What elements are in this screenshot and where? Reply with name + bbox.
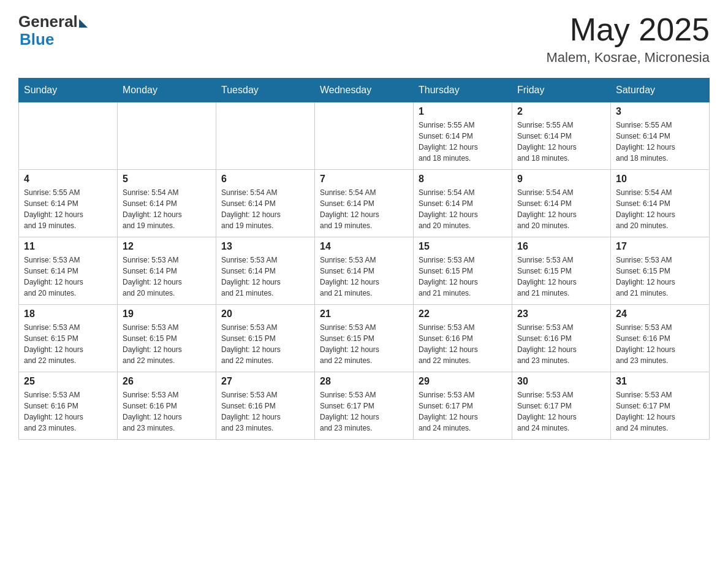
day-number: 22	[419, 308, 507, 320]
day-info: Sunrise: 5:55 AMSunset: 6:14 PMDaylight:…	[24, 187, 112, 231]
day-info: Sunrise: 5:53 AMSunset: 6:15 PMDaylight:…	[419, 255, 507, 299]
calendar-cell: 21Sunrise: 5:53 AMSunset: 6:15 PMDayligh…	[315, 305, 414, 372]
header-row: SundayMondayTuesdayWednesdayThursdayFrid…	[19, 79, 710, 102]
day-number: 12	[123, 241, 211, 252]
weekday-header-tuesday: Tuesday	[216, 79, 315, 102]
title-section: May 2025 Malem, Kosrae, Micronesia	[546, 12, 710, 66]
day-number: 3	[616, 106, 704, 117]
day-number: 9	[517, 174, 605, 185]
day-number: 21	[320, 308, 408, 320]
day-info: Sunrise: 5:54 AMSunset: 6:14 PMDaylight:…	[616, 187, 704, 231]
day-info: Sunrise: 5:53 AMSunset: 6:14 PMDaylight:…	[123, 255, 211, 299]
calendar-table: SundayMondayTuesdayWednesdayThursdayFrid…	[18, 78, 710, 440]
day-number: 25	[24, 376, 112, 387]
day-number: 27	[221, 376, 309, 387]
day-info: Sunrise: 5:55 AMSunset: 6:14 PMDaylight:…	[517, 120, 605, 164]
day-number: 23	[517, 308, 605, 320]
day-info: Sunrise: 5:53 AMSunset: 6:16 PMDaylight:…	[517, 322, 605, 366]
calendar-week-5: 25Sunrise: 5:53 AMSunset: 6:16 PMDayligh…	[19, 372, 710, 440]
day-info: Sunrise: 5:53 AMSunset: 6:15 PMDaylight:…	[320, 322, 408, 366]
day-info: Sunrise: 5:53 AMSunset: 6:15 PMDaylight:…	[221, 322, 309, 366]
calendar-cell: 27Sunrise: 5:53 AMSunset: 6:16 PMDayligh…	[216, 372, 315, 440]
calendar-cell: 6Sunrise: 5:54 AMSunset: 6:14 PMDaylight…	[216, 170, 315, 237]
day-number: 30	[517, 376, 605, 387]
day-number: 15	[419, 241, 507, 252]
day-info: Sunrise: 5:53 AMSunset: 6:14 PMDaylight:…	[320, 255, 408, 299]
logo-arrow-icon	[79, 19, 88, 28]
day-info: Sunrise: 5:53 AMSunset: 6:16 PMDaylight:…	[123, 389, 211, 434]
day-number: 17	[616, 241, 704, 252]
day-info: Sunrise: 5:53 AMSunset: 6:16 PMDaylight:…	[616, 322, 704, 366]
calendar-cell: 1Sunrise: 5:55 AMSunset: 6:14 PMDaylight…	[414, 102, 512, 170]
day-info: Sunrise: 5:53 AMSunset: 6:14 PMDaylight:…	[24, 255, 112, 299]
weekday-header-sunday: Sunday	[19, 79, 118, 102]
day-info: Sunrise: 5:53 AMSunset: 6:15 PMDaylight:…	[517, 255, 605, 299]
weekday-header-saturday: Saturday	[611, 79, 710, 102]
calendar-week-2: 4Sunrise: 5:55 AMSunset: 6:14 PMDaylight…	[19, 170, 710, 237]
day-number: 26	[123, 376, 211, 387]
calendar-cell: 30Sunrise: 5:53 AMSunset: 6:17 PMDayligh…	[512, 372, 611, 440]
day-info: Sunrise: 5:54 AMSunset: 6:14 PMDaylight:…	[517, 187, 605, 231]
calendar-cell: 3Sunrise: 5:55 AMSunset: 6:14 PMDaylight…	[611, 102, 710, 170]
page-header: General Blue May 2025 Malem, Kosrae, Mic…	[18, 12, 710, 66]
calendar-cell: 28Sunrise: 5:53 AMSunset: 6:17 PMDayligh…	[315, 372, 414, 440]
calendar-week-4: 18Sunrise: 5:53 AMSunset: 6:15 PMDayligh…	[19, 305, 710, 372]
calendar-cell: 24Sunrise: 5:53 AMSunset: 6:16 PMDayligh…	[611, 305, 710, 372]
day-number: 19	[123, 308, 211, 320]
day-info: Sunrise: 5:55 AMSunset: 6:14 PMDaylight:…	[616, 120, 704, 164]
day-number: 10	[616, 174, 704, 185]
calendar-cell: 10Sunrise: 5:54 AMSunset: 6:14 PMDayligh…	[611, 170, 710, 237]
day-info: Sunrise: 5:54 AMSunset: 6:14 PMDaylight:…	[419, 187, 507, 231]
logo: General Blue	[18, 12, 88, 49]
calendar-cell	[19, 102, 118, 170]
day-number: 13	[221, 241, 309, 252]
weekday-header-wednesday: Wednesday	[315, 79, 414, 102]
calendar-cell: 2Sunrise: 5:55 AMSunset: 6:14 PMDaylight…	[512, 102, 611, 170]
weekday-header-friday: Friday	[512, 79, 611, 102]
calendar-cell: 4Sunrise: 5:55 AMSunset: 6:14 PMDaylight…	[19, 170, 118, 237]
calendar-cell: 31Sunrise: 5:53 AMSunset: 6:17 PMDayligh…	[611, 372, 710, 440]
calendar-cell: 13Sunrise: 5:53 AMSunset: 6:14 PMDayligh…	[216, 237, 315, 305]
day-number: 8	[419, 174, 507, 185]
calendar-cell	[118, 102, 216, 170]
day-number: 5	[123, 174, 211, 185]
day-info: Sunrise: 5:54 AMSunset: 6:14 PMDaylight:…	[320, 187, 408, 231]
day-number: 2	[517, 106, 605, 117]
calendar-cell: 22Sunrise: 5:53 AMSunset: 6:16 PMDayligh…	[414, 305, 512, 372]
day-number: 20	[221, 308, 309, 320]
day-info: Sunrise: 5:53 AMSunset: 6:14 PMDaylight:…	[221, 255, 309, 299]
day-number: 29	[419, 376, 507, 387]
calendar-header: SundayMondayTuesdayWednesdayThursdayFrid…	[19, 79, 710, 102]
day-number: 18	[24, 308, 112, 320]
day-number: 4	[24, 174, 112, 185]
day-info: Sunrise: 5:53 AMSunset: 6:15 PMDaylight:…	[616, 255, 704, 299]
calendar-cell: 16Sunrise: 5:53 AMSunset: 6:15 PMDayligh…	[512, 237, 611, 305]
calendar-cell: 23Sunrise: 5:53 AMSunset: 6:16 PMDayligh…	[512, 305, 611, 372]
calendar-cell: 11Sunrise: 5:53 AMSunset: 6:14 PMDayligh…	[19, 237, 118, 305]
day-info: Sunrise: 5:53 AMSunset: 6:17 PMDaylight:…	[419, 389, 507, 434]
location-subtitle: Malem, Kosrae, Micronesia	[546, 50, 710, 66]
day-info: Sunrise: 5:53 AMSunset: 6:16 PMDaylight:…	[221, 389, 309, 434]
calendar-cell: 26Sunrise: 5:53 AMSunset: 6:16 PMDayligh…	[118, 372, 216, 440]
calendar-week-1: 1Sunrise: 5:55 AMSunset: 6:14 PMDaylight…	[19, 102, 710, 170]
day-number: 7	[320, 174, 408, 185]
calendar-week-3: 11Sunrise: 5:53 AMSunset: 6:14 PMDayligh…	[19, 237, 710, 305]
day-number: 1	[419, 106, 507, 117]
month-year-title: May 2025	[546, 12, 710, 47]
calendar-cell: 14Sunrise: 5:53 AMSunset: 6:14 PMDayligh…	[315, 237, 414, 305]
calendar-cell: 7Sunrise: 5:54 AMSunset: 6:14 PMDaylight…	[315, 170, 414, 237]
calendar-cell: 25Sunrise: 5:53 AMSunset: 6:16 PMDayligh…	[19, 372, 118, 440]
day-number: 28	[320, 376, 408, 387]
calendar-cell: 20Sunrise: 5:53 AMSunset: 6:15 PMDayligh…	[216, 305, 315, 372]
day-info: Sunrise: 5:53 AMSunset: 6:17 PMDaylight:…	[517, 389, 605, 434]
logo-blue-text: Blue	[18, 30, 54, 49]
day-info: Sunrise: 5:54 AMSunset: 6:14 PMDaylight:…	[221, 187, 309, 231]
calendar-cell: 17Sunrise: 5:53 AMSunset: 6:15 PMDayligh…	[611, 237, 710, 305]
day-info: Sunrise: 5:53 AMSunset: 6:16 PMDaylight:…	[24, 389, 112, 434]
day-info: Sunrise: 5:53 AMSunset: 6:17 PMDaylight:…	[320, 389, 408, 434]
calendar-cell: 18Sunrise: 5:53 AMSunset: 6:15 PMDayligh…	[19, 305, 118, 372]
calendar-cell	[315, 102, 414, 170]
calendar-cell: 5Sunrise: 5:54 AMSunset: 6:14 PMDaylight…	[118, 170, 216, 237]
calendar-cell: 15Sunrise: 5:53 AMSunset: 6:15 PMDayligh…	[414, 237, 512, 305]
weekday-header-thursday: Thursday	[414, 79, 512, 102]
